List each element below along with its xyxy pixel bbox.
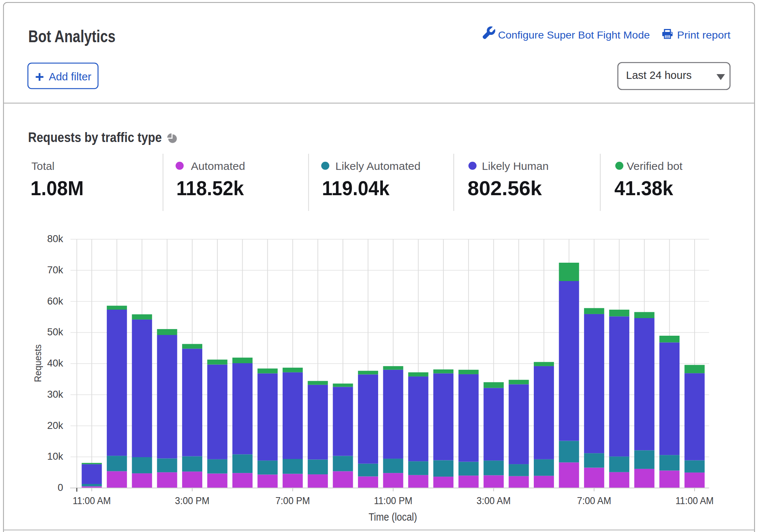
svg-text:11:00 AM: 11:00 AM xyxy=(675,495,714,506)
svg-text:60k: 60k xyxy=(47,296,63,307)
svg-text:118.52k: 118.52k xyxy=(176,176,244,200)
svg-text:1.08M: 1.08M xyxy=(30,176,84,200)
svg-text:802.56k: 802.56k xyxy=(468,176,542,200)
svg-text:Last 24 hours: Last 24 hours xyxy=(626,69,692,81)
svg-text:Time (local): Time (local) xyxy=(369,511,417,523)
svg-text:Print report: Print report xyxy=(677,29,731,41)
svg-text:3:00 PM: 3:00 PM xyxy=(175,495,210,506)
svg-text:Automated: Automated xyxy=(191,160,245,172)
svg-text:Likely Human: Likely Human xyxy=(482,160,549,172)
svg-text:Likely Automated: Likely Automated xyxy=(336,160,421,172)
svg-text:11:00 AM: 11:00 AM xyxy=(73,495,111,506)
svg-text:30k: 30k xyxy=(47,389,63,400)
svg-text:119.04k: 119.04k xyxy=(322,176,390,200)
svg-text:Verified bot: Verified bot xyxy=(627,160,683,172)
svg-text:Bot Analytics: Bot Analytics xyxy=(28,27,116,46)
svg-text:20k: 20k xyxy=(47,420,63,431)
svg-text:10k: 10k xyxy=(47,451,63,462)
svg-text:80k: 80k xyxy=(47,233,63,244)
svg-text:Add filter: Add filter xyxy=(49,71,91,83)
svg-text:11:00 PM: 11:00 PM xyxy=(374,495,412,506)
svg-text:3:00 AM: 3:00 AM xyxy=(477,495,511,506)
svg-text:40k: 40k xyxy=(47,358,63,369)
svg-text:70k: 70k xyxy=(47,265,63,276)
svg-text:7:00 AM: 7:00 AM xyxy=(577,495,611,506)
svg-text:50k: 50k xyxy=(47,327,63,338)
svg-text:Configure Super Bot Fight Mode: Configure Super Bot Fight Mode xyxy=(498,29,650,41)
svg-text:Total: Total xyxy=(32,160,55,172)
svg-text:0: 0 xyxy=(58,482,63,493)
svg-text:41.38k: 41.38k xyxy=(615,176,674,200)
svg-text:7:00 PM: 7:00 PM xyxy=(275,495,310,506)
svg-text:Requests: Requests xyxy=(32,345,43,382)
svg-text:Requests by traffic type: Requests by traffic type xyxy=(28,130,162,145)
